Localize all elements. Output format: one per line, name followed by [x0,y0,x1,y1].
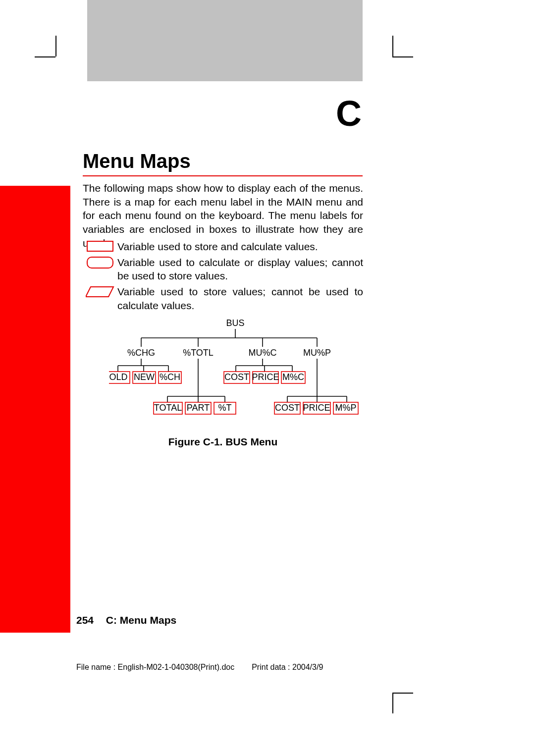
meta-filename: English-M02-1-040308(Print).doc [118,663,235,671]
node-level1: MU%P [303,348,331,358]
crop-mark [35,56,55,57]
meta-printdata: 2004/3/9 [292,663,323,671]
footer-label: C: Menu Maps [106,614,176,626]
legend: Variable used to store and calculate val… [83,238,363,313]
node-level1: %TOTL [183,348,214,358]
legend-row-round: Variable used to calculate or display va… [83,256,363,283]
page-number: 254 [76,614,103,626]
legend-text: Variable used to store values; cannot be… [117,285,363,312]
rounded-rect-icon [83,256,117,269]
red-sidebar [0,186,70,633]
meta-filename-label: File name : [76,663,115,671]
node-box: %T [218,403,232,413]
crop-mark [392,693,393,713]
header-grey-block [87,0,363,81]
legend-text: Variable used to calculate or display va… [117,256,363,283]
legend-text: Variable used to store and calculate val… [117,240,363,254]
page-title: Menu Maps [83,150,191,172]
node-level1: %CHG [127,348,155,358]
node-box: PRICE [303,403,330,413]
node-box: PRICE [252,372,279,382]
figure-caption: Figure C-1. BUS Menu [83,436,363,448]
node-box: OLD [109,372,127,382]
node-root: BUS [226,318,244,328]
node-box: COST [224,372,249,382]
node-box: %CH [160,372,180,382]
node-box: M%C [282,372,304,382]
legend-row-para: Variable used to store values; cannot be… [83,285,363,312]
bus-menu-diagram: BUS %CHG %TOTL MU%C MU%P OLD NEW %CH COS… [109,317,362,431]
rect-icon [83,240,117,252]
print-metadata: File name : English-M02-1-040308(Print).… [76,663,323,672]
node-box: TOTAL [154,403,182,413]
crop-mark [392,36,393,56]
node-box: M%P [335,403,356,413]
title-underline [83,175,363,176]
crop-mark [392,56,413,57]
crop-mark [55,36,56,56]
svg-marker-0 [86,287,113,297]
node-box: COST [275,403,300,413]
node-level1: MU%C [249,348,277,358]
legend-row-rect: Variable used to store and calculate val… [83,240,363,254]
node-box: PART [187,403,210,413]
crop-mark [392,693,413,694]
page-footer: 254 C: Menu Maps [76,614,176,626]
chapter-letter: C [336,93,362,134]
node-box: NEW [134,372,155,382]
meta-printdata-label: Print data : [252,663,290,671]
parallelogram-icon [83,285,117,298]
